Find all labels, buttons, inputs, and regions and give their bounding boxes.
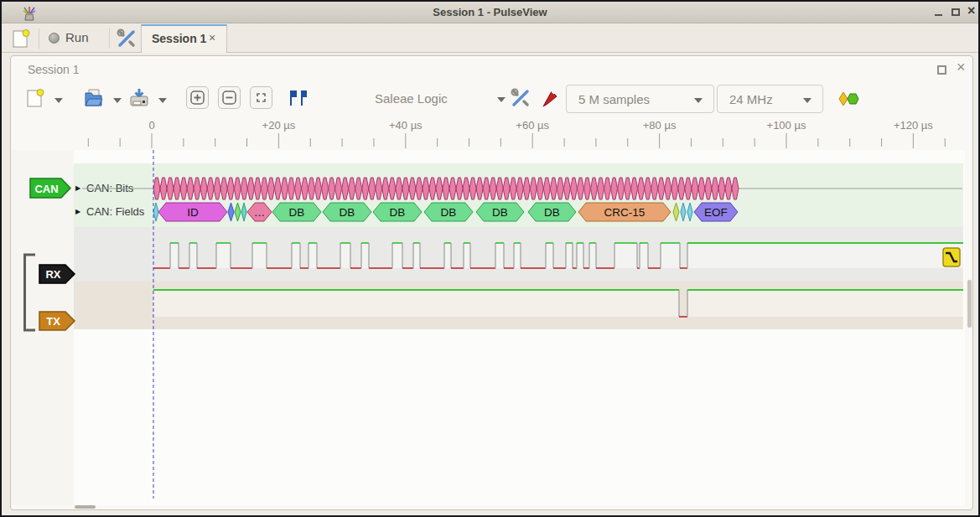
svg-text:DB: DB <box>390 206 406 219</box>
can-fields-annotations: ID…DBDBDBDBDBDBCRC-15EOF <box>153 203 738 221</box>
can-bits-annotations <box>153 178 739 199</box>
svg-text:DB: DB <box>340 206 355 219</box>
sample-rate-dropdown-icon <box>803 98 811 103</box>
channel-tags[interactable]: CANRXTX <box>30 178 75 330</box>
tools-icon <box>115 28 138 49</box>
close-button[interactable]: × <box>964 2 980 23</box>
trigger-marker[interactable] <box>943 248 960 266</box>
zoom-out-icon <box>219 87 240 108</box>
configure-device-button[interactable] <box>509 87 532 109</box>
svg-text:+40 µs: +40 µs <box>389 119 423 132</box>
window-title: Session 1 - PulseView <box>2 6 978 18</box>
pulseview-window: Session 1 - PulseView × Run Session 1 <box>0 0 980 517</box>
svg-text:DB: DB <box>441 206 457 219</box>
channels-probe-button[interactable] <box>541 87 559 109</box>
zoom-in-icon <box>187 87 208 108</box>
sample-count-select[interactable]: 5 M samples <box>566 85 714 113</box>
svg-text:DB: DB <box>544 206 560 219</box>
tab-close-icon[interactable]: × <box>209 31 215 44</box>
svg-text:CRC-15: CRC-15 <box>604 206 646 219</box>
sample-rate-select[interactable]: 24 MHz <box>717 85 823 113</box>
svg-text:DB: DB <box>492 206 508 219</box>
svg-text:DB: DB <box>289 206 305 219</box>
svg-text:RX: RX <box>45 268 60 281</box>
channel-group-bracket[interactable] <box>25 255 36 330</box>
save-file-dropdown-icon[interactable] <box>158 98 167 103</box>
zoom-out-button[interactable] <box>218 86 241 109</box>
rx-channel-tag[interactable]: RX <box>39 265 75 283</box>
tx-waveform <box>153 290 963 317</box>
time-ruler[interactable]: 0+20 µs+40 µs+60 µs+80 µs+100 µs+120 µs <box>12 116 965 150</box>
show-cursors-button[interactable] <box>286 88 308 108</box>
subwindow-restore-button[interactable] <box>937 65 946 75</box>
close-icon: × <box>967 3 975 18</box>
tab-session-1[interactable]: Session 1 × <box>141 24 227 53</box>
zoom-fit-button[interactable] <box>250 86 272 109</box>
toolbar-separator <box>39 28 39 49</box>
tx-channel-tag[interactable]: TX <box>39 312 75 330</box>
can-decoder-tag[interactable]: CAN <box>30 178 70 198</box>
session-subwindow: Session 1 × <box>10 55 973 510</box>
run-state-icon <box>49 33 60 44</box>
trace-view[interactable]: ▶ CAN: Bits ▶ CAN: Fields ID…DBDBDBDBDBD… <box>12 150 965 505</box>
device-select[interactable]: Saleae Logic <box>366 85 511 113</box>
maximize-icon <box>951 8 960 16</box>
save-file-button[interactable] <box>128 87 150 109</box>
vertical-scrollbar[interactable] <box>967 280 972 328</box>
add-decoder-button[interactable] <box>837 90 861 107</box>
zoom-in-button[interactable] <box>186 86 209 109</box>
session-title: Session 1 <box>28 63 79 76</box>
subwindow-close-icon[interactable]: × <box>957 59 966 76</box>
open-file-dropdown-icon[interactable] <box>113 98 122 103</box>
new-view-button[interactable] <box>24 87 46 109</box>
svg-text:+20 µs: +20 µs <box>262 119 296 132</box>
svg-text:…: … <box>254 206 266 219</box>
svg-text:EOF: EOF <box>704 206 728 219</box>
sample-count-value: 5 M samples <box>578 92 650 106</box>
zoom-fit-icon <box>251 87 272 108</box>
device-name: Saleae Logic <box>375 91 448 106</box>
toolbar-separator <box>109 28 110 49</box>
svg-text:+80 µs: +80 µs <box>643 119 677 132</box>
run-button[interactable]: Run <box>44 27 104 50</box>
svg-text:0: 0 <box>148 119 154 132</box>
svg-text:+120 µs: +120 µs <box>894 119 933 132</box>
new-session-icon <box>10 28 32 49</box>
horizontal-scrollbar[interactable] <box>75 505 96 509</box>
trace-canvas[interactable]: ID…DBDBDBDBDBDBCRC-15EOF CANRXTX <box>12 150 965 505</box>
tab-label: Session 1 <box>152 32 206 45</box>
settings-button[interactable] <box>112 27 141 50</box>
svg-text:ID: ID <box>187 206 199 219</box>
svg-text:+60 µs: +60 µs <box>516 119 549 132</box>
new-session-button[interactable] <box>7 27 35 50</box>
sample-count-dropdown-icon <box>694 98 703 103</box>
rx-waveform <box>153 243 963 268</box>
new-view-dropdown-icon[interactable] <box>54 98 63 103</box>
svg-text:TX: TX <box>46 315 60 328</box>
open-file-button[interactable] <box>83 87 105 109</box>
minimize-button[interactable] <box>931 2 947 23</box>
svg-text:CAN: CAN <box>34 183 58 195</box>
main-toolbar: Run Session 1 × <box>2 24 978 53</box>
title-bar: Session 1 - PulseView × <box>2 2 978 23</box>
svg-text:+100 µs: +100 µs <box>767 119 806 132</box>
maximize-button[interactable] <box>947 2 964 23</box>
run-label: Run <box>65 30 89 44</box>
sample-rate-value: 24 MHz <box>729 92 773 106</box>
device-dropdown-icon <box>497 97 506 102</box>
minimize-icon <box>935 14 942 16</box>
